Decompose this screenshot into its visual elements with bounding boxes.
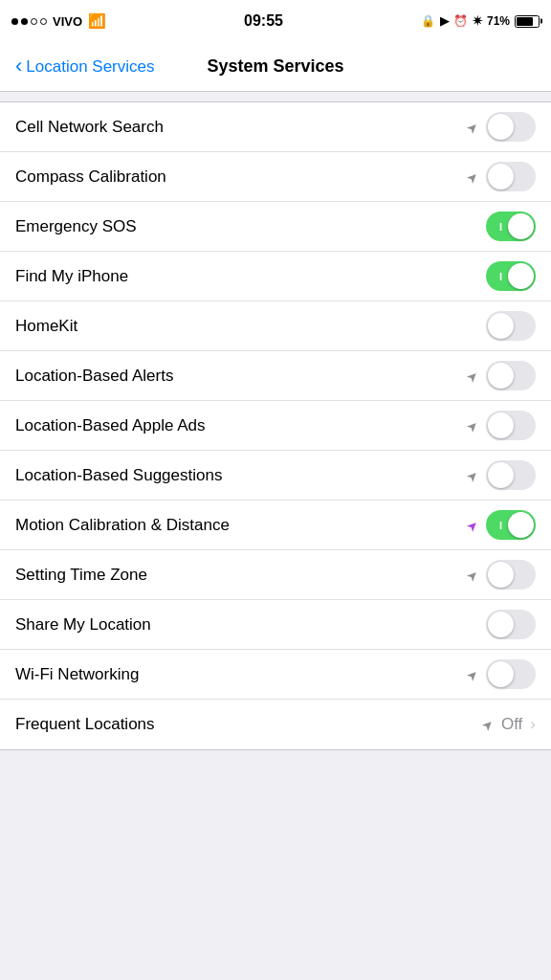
row-controls-location-based-alerts: ➤: [467, 361, 536, 390]
settings-row-setting-time-zone[interactable]: Setting Time Zone➤: [0, 550, 551, 600]
row-label-compass-calibration: Compass Calibration: [15, 167, 166, 187]
back-label: Location Services: [26, 57, 154, 77]
row-controls-compass-calibration: ➤: [467, 162, 536, 191]
row-label-wifi-networking: Wi-Fi Networking: [15, 665, 139, 684]
row-controls-share-my-location: [486, 610, 536, 639]
settings-row-share-my-location[interactable]: Share My Location: [0, 600, 551, 650]
location-arrow-icon-location-based-suggestions: ➤: [463, 466, 482, 485]
status-left: VIVO 📶: [11, 12, 106, 30]
battery-icon: [515, 15, 540, 28]
toggle-knob-location-based-alerts: [488, 363, 514, 389]
location-arrow-icon-setting-time-zone: ➤: [463, 566, 482, 585]
location-arrow-icon-motion-calibration: ➤: [463, 516, 482, 535]
toggle-compass-calibration[interactable]: [486, 162, 536, 191]
dot3: [31, 18, 37, 25]
toggle-cell-network-search[interactable]: [486, 112, 536, 142]
settings-row-cell-network-search[interactable]: Cell Network Search➤: [0, 102, 551, 152]
back-chevron-icon: ‹: [15, 56, 22, 77]
toggle-knob-setting-time-zone: [488, 562, 514, 588]
settings-row-find-my-iphone[interactable]: Find My iPhoneI: [0, 252, 551, 301]
toggle-knob-share-my-location: [488, 612, 514, 637]
settings-row-location-based-alerts[interactable]: Location-Based Alerts➤: [0, 351, 551, 401]
toggle-knob-emergency-sos: [508, 213, 534, 239]
row-label-motion-calibration: Motion Calibration & Distance: [15, 516, 230, 535]
row-controls-cell-network-search: ➤: [467, 112, 536, 142]
row-label-frequent-locations: Frequent Locations: [15, 715, 155, 734]
nav-bar: ‹ Location Services System Services: [0, 42, 551, 92]
location-arrow-icon-wifi-networking: ➤: [463, 665, 482, 684]
signal-dots: [11, 18, 47, 25]
dot1: [11, 18, 18, 25]
row-label-share-my-location: Share My Location: [15, 615, 151, 635]
settings-row-location-based-apple-ads[interactable]: Location-Based Apple Ads➤: [0, 401, 551, 451]
toggle-knob-find-my-iphone: [508, 263, 534, 289]
row-controls-homekit: [486, 311, 536, 341]
location-arrow-icon-location-based-apple-ads: ➤: [463, 416, 482, 435]
status-time: 09:55: [244, 12, 283, 30]
toggle-knob-wifi-networking: [488, 661, 514, 687]
row-label-homekit: HomeKit: [15, 317, 77, 336]
status-bar: VIVO 📶 09:55 🔒 ▶ ⏰ ✷ 71%: [0, 0, 551, 42]
location-arrow-icon-compass-calibration: ➤: [463, 167, 482, 187]
toggle-knob-compass-calibration: [488, 164, 514, 189]
toggle-setting-time-zone[interactable]: [486, 560, 536, 590]
row-label-setting-time-zone: Setting Time Zone: [15, 566, 147, 585]
toggle-find-my-iphone[interactable]: I: [486, 261, 536, 291]
settings-row-location-based-suggestions[interactable]: Location-Based Suggestions➤: [0, 451, 551, 501]
location-arrow-icon-location-based-alerts: ➤: [463, 367, 482, 386]
location-arrow-icon-frequent-locations: ➤: [478, 715, 497, 734]
battery-percent: 71%: [487, 14, 510, 28]
row-label-emergency-sos: Emergency SOS: [15, 217, 137, 236]
toggle-knob-motion-calibration: [508, 512, 534, 538]
row-label-cell-network-search: Cell Network Search: [15, 118, 164, 137]
row-controls-find-my-iphone: I: [486, 261, 536, 291]
settings-row-wifi-networking[interactable]: Wi-Fi Networking➤: [0, 650, 551, 700]
row-controls-wifi-networking: ➤: [467, 659, 536, 689]
settings-row-emergency-sos[interactable]: Emergency SOSI: [0, 202, 551, 252]
dot2: [21, 18, 28, 25]
row-label-location-based-alerts: Location-Based Alerts: [15, 367, 173, 386]
chevron-right-icon-frequent-locations: ›: [530, 715, 536, 734]
toggle-knob-homekit: [488, 313, 514, 339]
dot4: [40, 18, 47, 25]
toggle-emergency-sos[interactable]: I: [486, 212, 536, 241]
row-controls-location-based-suggestions: ➤: [467, 460, 536, 490]
toggle-wifi-networking[interactable]: [486, 659, 536, 689]
status-right: 🔒 ▶ ⏰ ✷ 71%: [421, 14, 540, 28]
location-arrow-icon-cell-network-search: ➤: [463, 118, 482, 137]
toggle-share-my-location[interactable]: [486, 610, 536, 639]
row-controls-setting-time-zone: ➤: [467, 560, 536, 590]
row-label-location-based-apple-ads: Location-Based Apple Ads: [15, 416, 205, 435]
toggle-knob-location-based-apple-ads: [488, 412, 514, 438]
back-button[interactable]: ‹ Location Services: [15, 57, 155, 77]
row-controls-location-based-apple-ads: ➤: [467, 411, 536, 440]
row-label-find-my-iphone: Find My iPhone: [15, 267, 128, 286]
toggle-homekit[interactable]: [486, 311, 536, 341]
carrier-label: VIVO: [53, 14, 82, 29]
settings-list: Cell Network Search➤Compass Calibration➤…: [0, 101, 551, 750]
lock-icon: 🔒: [421, 14, 435, 28]
alarm-icon: ⏰: [453, 14, 468, 28]
location-icon: ▶: [440, 14, 449, 28]
toggle-location-based-alerts[interactable]: [486, 361, 536, 390]
toggle-knob-location-based-suggestions: [488, 462, 514, 488]
row-controls-emergency-sos: I: [486, 212, 536, 241]
settings-row-compass-calibration[interactable]: Compass Calibration➤: [0, 152, 551, 202]
toggle-location-based-suggestions[interactable]: [486, 460, 536, 490]
toggle-location-based-apple-ads[interactable]: [486, 411, 536, 440]
settings-row-frequent-locations[interactable]: Frequent Locations➤Off›: [0, 700, 551, 749]
bluetooth-icon: ✷: [473, 14, 482, 28]
toggle-motion-calibration[interactable]: I: [486, 510, 536, 540]
wifi-icon: 📶: [88, 12, 106, 30]
toggle-knob-cell-network-search: [488, 114, 514, 140]
off-text-frequent-locations: Off: [501, 715, 522, 734]
page-title: System Services: [207, 56, 343, 77]
settings-row-motion-calibration[interactable]: Motion Calibration & Distance➤I: [0, 501, 551, 550]
settings-row-homekit[interactable]: HomeKit: [0, 301, 551, 351]
row-controls-frequent-locations: ➤Off›: [482, 715, 536, 734]
row-controls-motion-calibration: ➤I: [467, 510, 536, 540]
row-label-location-based-suggestions: Location-Based Suggestions: [15, 466, 222, 485]
